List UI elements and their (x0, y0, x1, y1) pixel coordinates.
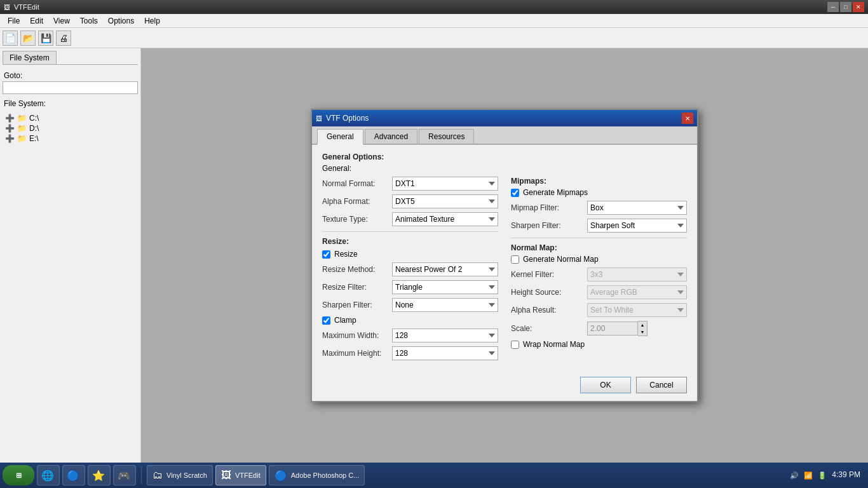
scale-up-button[interactable]: ▲ (638, 322, 647, 329)
menu-view[interactable]: View (48, 15, 75, 27)
kernel-filter-row: Kernel Filter: 3x3 (511, 268, 687, 281)
start-button[interactable]: ⊞ (3, 465, 34, 485)
mipmap-filter-row: Mipmap Filter: Box Triangle (511, 201, 687, 215)
filesystem-label: File System: (4, 99, 138, 108)
print-button[interactable]: 🖨 (56, 30, 71, 46)
menu-bar: File Edit View Tools Options Help (0, 14, 868, 28)
quicklaunch-4[interactable]: 🎮 (113, 465, 136, 485)
kernel-filter-select[interactable]: 3x3 (587, 268, 687, 281)
file-tree: ➕ 📁 C:\ ➕ 📁 D:\ ➕ 📁 E:\ (3, 111, 138, 146)
menu-file[interactable]: File (3, 15, 25, 27)
normal-format-select[interactable]: DXT1 DXT3 DXT5 (392, 177, 498, 191)
close-button[interactable]: ✕ (853, 2, 864, 12)
ql2-icon: 🔵 (67, 470, 79, 482)
minimize-button[interactable]: ─ (827, 2, 839, 12)
texture-type-row: Texture Type: Animated Texture Standard … (322, 212, 498, 226)
maximize-button[interactable]: □ (840, 2, 851, 12)
new-button[interactable]: 📄 (3, 30, 18, 46)
resize-checkbox[interactable] (322, 250, 330, 259)
menu-help[interactable]: Help (139, 15, 165, 27)
normal-format-label: Normal Format: (322, 179, 392, 188)
file-system-tab[interactable]: File System (3, 51, 57, 64)
save-button[interactable]: 💾 (38, 30, 53, 46)
scale-label: Scale: (511, 324, 587, 333)
taskbar-item-vtfedit[interactable]: 🖼 VTFEdit (215, 465, 266, 485)
taskbar-divider (141, 466, 142, 484)
tab-general[interactable]: General (317, 129, 363, 145)
tree-item-e[interactable]: ➕ 📁 E:\ (5, 133, 135, 144)
scale-input[interactable] (587, 322, 638, 336)
tab-resources[interactable]: Resources (419, 129, 474, 144)
generate-mipmaps-checkbox[interactable] (511, 189, 519, 197)
dialog-close-button[interactable]: ✕ (682, 112, 693, 124)
alpha-result-label: Alpha Result: (511, 306, 587, 315)
taskbar-item-photoshop[interactable]: 🔵 Adobe Photoshop C... (269, 465, 365, 485)
resize-checkbox-label[interactable]: Resize (334, 250, 358, 259)
open-button[interactable]: 📂 (20, 30, 36, 46)
resize-method-label: Resize Method: (322, 265, 392, 274)
volume-icon[interactable]: 🔊 (790, 471, 799, 480)
clamp-checkbox-row: Clamp (322, 316, 498, 325)
goto-input[interactable] (3, 81, 138, 94)
sharpen-filter-mip-select[interactable]: Sharpen Soft None (587, 219, 687, 233)
height-source-row: Height Source: Average RGB (511, 285, 687, 299)
height-source-select[interactable]: Average RGB (587, 285, 687, 299)
sharpen-filter-mip-label: Sharpen Filter: (511, 221, 587, 230)
scale-spin-buttons: ▲ ▼ (638, 321, 648, 336)
sharpen-filter-select[interactable]: None Sharpen Soft (392, 298, 498, 312)
clamp-checkbox[interactable] (322, 316, 330, 325)
alpha-format-select[interactable]: DXT5 DXT1 (392, 194, 498, 208)
generate-normal-map-checkbox[interactable] (511, 255, 519, 264)
resize-filter-select[interactable]: Triangle Box (392, 280, 498, 294)
content-area: 🖼 VTF Options ✕ General Advanced Resourc… (141, 48, 868, 463)
quicklaunch-browser[interactable]: 🌐 (37, 465, 60, 485)
mipmap-filter-label: Mipmap Filter: (511, 203, 587, 212)
network-icon[interactable]: 📶 (804, 471, 813, 480)
max-width-select[interactable]: 128 64 256 512 (392, 329, 498, 342)
generate-mipmaps-label[interactable]: Generate Mipmaps (523, 188, 588, 197)
alpha-format-row: Alpha Format: DXT5 DXT1 (322, 194, 498, 208)
clamp-label[interactable]: Clamp (334, 316, 356, 325)
title-bar: 🖼 VTFEdit ─ □ ✕ (0, 0, 868, 14)
height-source-label: Height Source: (511, 288, 587, 297)
resize-filter-label: Resize Filter: (322, 283, 392, 292)
folder-icon-d: 📁 (17, 124, 27, 133)
tab-advanced[interactable]: Advanced (365, 129, 417, 144)
right-col: Mipmaps: Generate Mipmaps Mipmap Filter:… (511, 177, 687, 364)
tree-item-c[interactable]: ➕ 📁 C:\ (5, 113, 135, 123)
expand-icon-e: ➕ (5, 134, 15, 143)
vtf-options-dialog: 🖼 VTF Options ✕ General Advanced Resourc… (311, 109, 698, 402)
quicklaunch-2[interactable]: 🔵 (62, 465, 85, 485)
app-icon: 🖼 (4, 4, 10, 11)
folder-icon: 📁 (17, 114, 27, 123)
sharpen-filter-row: Sharpen Filter: None Sharpen Soft (322, 298, 498, 312)
quicklaunch-3[interactable]: ⭐ (88, 465, 111, 485)
general-sub-title: General: (322, 164, 687, 173)
resize-method-select[interactable]: Nearest Power Of 2 Biggest Power Of 2 Sm… (392, 262, 498, 276)
kernel-filter-label: Kernel Filter: (511, 270, 587, 279)
taskbar-item-vinyl[interactable]: 🗂 Vinyl Scratch (147, 465, 213, 485)
wrap-normal-map-checkbox[interactable] (511, 341, 519, 349)
resize-method-row: Resize Method: Nearest Power Of 2 Bigges… (322, 262, 498, 276)
cancel-button[interactable]: Cancel (636, 377, 687, 393)
scale-down-button[interactable]: ▼ (638, 329, 647, 336)
mipmap-filter-select[interactable]: Box Triangle (587, 201, 687, 215)
max-height-select[interactable]: 128 64 256 512 (392, 346, 498, 360)
max-height-row: Maximum Height: 128 64 256 512 (322, 346, 498, 360)
menu-edit[interactable]: Edit (25, 15, 48, 27)
wrap-normal-map-label[interactable]: Wrap Normal Map (523, 340, 585, 349)
expand-icon-d: ➕ (5, 124, 15, 133)
tree-item-d[interactable]: ➕ 📁 D:\ (5, 123, 135, 133)
vinyl-icon: 🗂 (153, 470, 163, 481)
photoshop-icon: 🔵 (275, 470, 287, 482)
menu-tools[interactable]: Tools (75, 15, 103, 27)
general-options-title: General Options: (322, 152, 687, 161)
alpha-result-row: Alpha Result: Set To White (511, 303, 687, 317)
menu-options[interactable]: Options (103, 15, 139, 27)
alpha-result-select[interactable]: Set To White (587, 303, 687, 317)
vinyl-label: Vinyl Scratch (166, 471, 207, 479)
battery-icon[interactable]: 🔋 (818, 471, 827, 480)
texture-type-select[interactable]: Animated Texture Standard Texture (392, 212, 498, 226)
generate-normal-map-label[interactable]: Generate Normal Map (523, 255, 599, 264)
ok-button[interactable]: OK (580, 377, 631, 393)
